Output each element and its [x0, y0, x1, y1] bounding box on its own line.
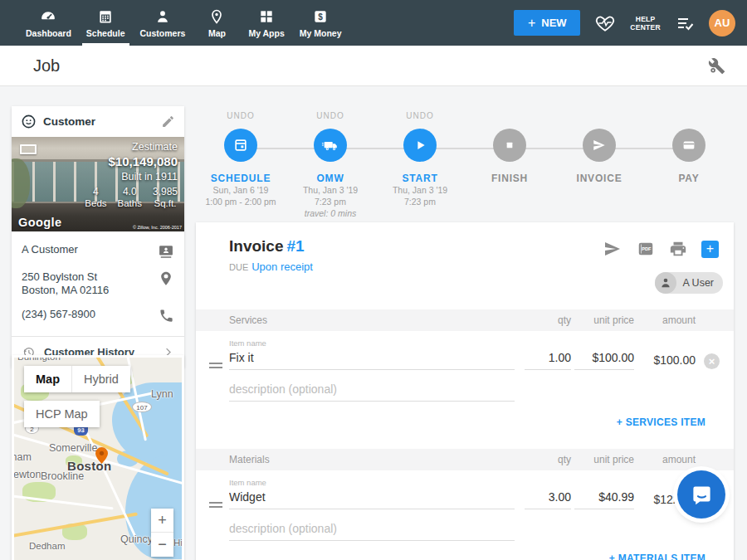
undo-link[interactable]: UNDO [286, 111, 375, 120]
property-photo[interactable]: Zestimate $10,149,080 Built in 1911 4Bed… [12, 137, 184, 231]
phone-icon[interactable] [159, 308, 174, 324]
due-value-link[interactable]: Upon receipt [251, 261, 313, 273]
map-zoom-control: + − [151, 509, 173, 557]
svg-text:$: $ [318, 12, 323, 21]
add-services-item-link[interactable]: + SERVICES ITEM [617, 416, 706, 428]
customer-address: 250 Boylston StBoston, MA 02116 [22, 270, 109, 297]
nav-label: Map [208, 28, 226, 38]
job-settings-button[interactable] [708, 57, 725, 78]
nav-item-dashboard[interactable]: Dashboard [18, 0, 79, 46]
finish-step-circle[interactable] [493, 129, 526, 162]
services-section-header: Services qty unit price amount [196, 309, 734, 331]
timeline-step-omw[interactable]: UNDO OMW Thu, Jan 3 '19 7:23 pm travel: … [286, 111, 375, 219]
baths-label: Baths [118, 198, 142, 208]
nav-item-my-money[interactable]: $ My Money [292, 0, 349, 46]
due-label: DUE [229, 262, 248, 272]
calendar-icon [97, 8, 114, 25]
gauge-icon [40, 8, 56, 25]
truck-icon [321, 136, 339, 154]
drag-handle[interactable] [209, 499, 222, 510]
start-step-circle[interactable] [403, 129, 437, 162]
assigned-user-chip[interactable]: A User [655, 272, 723, 294]
pdf-button[interactable]: PDF [637, 240, 655, 258]
customer-card-title: Customer [43, 115, 154, 128]
add-invoice-button[interactable]: + [701, 241, 719, 258]
checklist-icon[interactable] [675, 13, 695, 33]
chat-launcher-button[interactable] [677, 470, 725, 519]
invoice-title: Invoice#1 [229, 237, 305, 256]
omw-step-circle[interactable] [314, 129, 347, 162]
plus-icon: + [528, 16, 535, 31]
qty-column-header: qty [530, 314, 571, 326]
person-icon [154, 8, 171, 25]
map-type-map-button[interactable]: Map [24, 366, 71, 392]
page-header: Job [0, 46, 747, 86]
amount-column-header: amount [632, 454, 696, 465]
new-button-label: NEW [541, 17, 566, 29]
timeline-step-schedule[interactable]: UNDO SCHEDULE Sun, Jan 6 '19 1:00 pm - 2… [196, 111, 286, 219]
item-name-label: Item name [229, 338, 266, 348]
play-icon [413, 138, 427, 153]
contact-card-icon[interactable] [158, 243, 174, 260]
hcp-map-button[interactable]: HCP Map [24, 401, 100, 427]
job-location-pin [95, 447, 108, 464]
add-materials-item-link[interactable]: + MATERIALS ITEM [609, 553, 706, 560]
timeline-step-pay[interactable]: PAY [644, 111, 734, 219]
map-canvas[interactable]: Burlington Lynn 107 2 93 Somerville Walt… [14, 358, 182, 560]
location-pin-icon[interactable] [158, 270, 174, 287]
invoice-number[interactable]: #1 [286, 237, 304, 255]
nav-item-customers[interactable]: Customers [133, 0, 193, 46]
calendar-icon [232, 137, 249, 153]
new-button[interactable]: + NEW [514, 10, 580, 36]
remove-service-item-button[interactable]: × [704, 353, 720, 369]
send-icon [592, 138, 607, 153]
heart-pulse-icon[interactable] [594, 12, 616, 34]
map-type-hybrid-button[interactable]: Hybrid [71, 366, 130, 392]
undo-link[interactable]: UNDO [196, 111, 286, 120]
materials-section-header: Materials qty unit price amount [196, 449, 734, 470]
timeline-step-invoice[interactable]: INVOICE [554, 111, 644, 219]
service-amount: $100.00 [632, 353, 696, 367]
zoom-out-button[interactable]: − [151, 533, 173, 557]
map-label-dedham: Dedham [29, 541, 65, 551]
undo-link[interactable]: UNDO [375, 111, 465, 120]
materials-title: Materials [229, 454, 270, 465]
built-year: Built in 1911 [85, 171, 178, 183]
property-stats: 4Beds 4.0Baths 3,985Sq.ft. [85, 186, 178, 208]
timeline-step-start[interactable]: UNDO START Thu, Jan 3 '19 7:23 pm [375, 111, 465, 219]
zoom-in-button[interactable]: + [151, 509, 173, 533]
map-label-somerville: Somerville [49, 442, 97, 454]
grid-icon [258, 8, 275, 25]
send-invoice-button[interactable] [603, 239, 622, 259]
nav-item-my-apps[interactable]: My Apps [241, 0, 291, 46]
invoice-step-circle[interactable] [583, 129, 616, 162]
edit-pencil-icon[interactable] [161, 114, 175, 129]
schedule-step-circle[interactable] [224, 129, 257, 162]
material-qty-input[interactable] [525, 488, 571, 509]
route-107-badge: 107 [132, 402, 152, 412]
print-button[interactable] [669, 240, 687, 258]
step-date: Sun, Jan 6 '19 [196, 184, 286, 196]
material-item-name-input[interactable] [229, 488, 515, 509]
wrench-gear-icon [708, 57, 725, 75]
sqft-value: 3,985 [153, 186, 178, 197]
drag-handle[interactable] [209, 360, 222, 371]
timeline-step-finish[interactable]: FINISH [465, 111, 554, 219]
service-item-name-input[interactable] [229, 348, 515, 370]
page-title: Job [33, 56, 60, 75]
service-description-input[interactable] [229, 380, 515, 402]
user-avatar[interactable]: AU [709, 10, 735, 37]
help-center-link[interactable]: HELP CENTER [630, 15, 661, 32]
send-icon [603, 239, 622, 259]
service-qty-input[interactable] [525, 348, 571, 370]
customer-card-header: Customer [12, 106, 184, 137]
material-unit-price-input[interactable] [574, 488, 634, 509]
service-unit-price-input[interactable] [574, 348, 634, 370]
step-label: FINISH [465, 173, 554, 184]
map-label-hingham: Hingham [173, 538, 182, 548]
nav-item-schedule[interactable]: Schedule [79, 0, 133, 46]
nav-item-map[interactable]: Map [193, 0, 241, 46]
pay-step-circle[interactable] [672, 129, 706, 162]
invoice-title-text: Invoice [229, 237, 283, 255]
material-description-input[interactable] [229, 519, 515, 541]
